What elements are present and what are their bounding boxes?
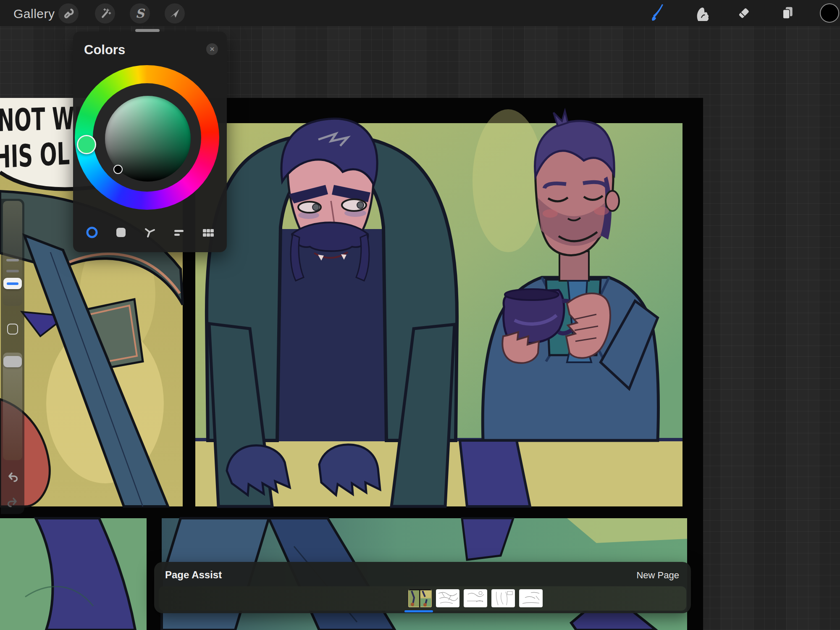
mode-classic-button[interactable]: [113, 225, 129, 240]
active-page-indicator: [404, 610, 433, 612]
main-panel: [195, 109, 682, 506]
transform-arrow-icon: [168, 7, 181, 20]
color-mode-tabs: [77, 223, 223, 242]
harmony-mode-icon: [143, 225, 157, 240]
actions-button[interactable]: [58, 3, 79, 24]
current-color-button[interactable]: [819, 3, 840, 23]
value-mode-icon: [172, 225, 186, 240]
saturation-knob[interactable]: [113, 165, 123, 174]
disc-mode-icon: [85, 225, 99, 240]
undo-icon: [6, 471, 19, 484]
modify-button[interactable]: [7, 324, 18, 335]
page-assist-title: Page Assist: [165, 569, 222, 581]
size-tick-mark: [6, 270, 19, 272]
eraser-icon: [735, 5, 752, 21]
size-tick-mark: [6, 259, 19, 261]
palettes-mode-icon: [201, 225, 215, 240]
mode-value-button[interactable]: [171, 225, 186, 240]
wrench-icon: [61, 6, 76, 21]
svg-text:NOT WI: NOT WI: [0, 100, 82, 138]
color-swatch-icon: [820, 3, 839, 23]
brush-size-slider[interactable]: [3, 201, 22, 306]
selection-button[interactable]: S: [130, 3, 150, 24]
gallery-button[interactable]: Gallery: [13, 7, 55, 21]
page-thumbnail[interactable]: [519, 589, 543, 607]
transform-button[interactable]: [165, 3, 185, 24]
colors-panel: Colors ×: [73, 32, 227, 252]
mode-disc-button[interactable]: [84, 225, 100, 240]
erase-tool-button[interactable]: [734, 3, 754, 23]
opacity-slider[interactable]: [3, 353, 22, 460]
selection-s-icon: S: [136, 6, 144, 21]
close-icon[interactable]: ×: [206, 43, 218, 55]
magic-wand-icon: [98, 6, 112, 21]
character-left: [207, 119, 457, 506]
undo-button[interactable]: [6, 471, 19, 484]
redo-button[interactable]: [6, 496, 19, 509]
brush-size-handle[interactable]: [3, 278, 22, 289]
panel-drag-handle[interactable]: [135, 29, 160, 32]
brush-sidebar: [1, 199, 24, 514]
hue-knob[interactable]: [77, 135, 96, 154]
page-thumbnail[interactable]: [464, 589, 487, 607]
top-toolbar: Gallery S: [0, 0, 840, 26]
layers-button[interactable]: [777, 3, 798, 23]
page-thumbnail[interactable]: [436, 589, 459, 607]
mode-palettes-button[interactable]: [200, 225, 215, 240]
smudge-tool-button[interactable]: [690, 3, 711, 23]
svg-text:HIS OL: HIS OL: [0, 136, 70, 176]
redo-icon: [6, 496, 19, 509]
brush-size-accent-bar: [7, 282, 18, 285]
classic-mode-icon: [114, 225, 128, 240]
paintbrush-icon: [649, 4, 666, 22]
page-thumbnail[interactable]: [491, 589, 515, 607]
layers-icon: [779, 5, 796, 21]
adjustments-button[interactable]: [95, 3, 115, 24]
colors-panel-title: Colors: [84, 42, 125, 58]
opacity-handle[interactable]: [3, 356, 22, 367]
smudge-finger-icon: [693, 4, 709, 22]
page-thumbnail-active[interactable]: [408, 589, 432, 607]
page-assist-panel: Page Assist New Page: [154, 562, 691, 613]
new-page-button[interactable]: New Page: [636, 570, 679, 581]
mode-harmony-button[interactable]: [142, 225, 158, 240]
paint-tool-button[interactable]: [647, 3, 667, 23]
